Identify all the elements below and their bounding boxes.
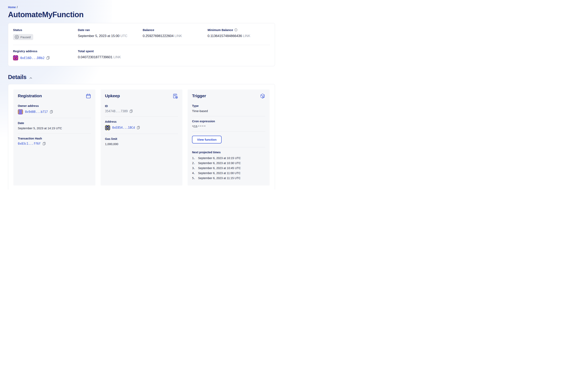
breadcrumb: Home/ (8, 5, 275, 9)
document-gear-icon (173, 94, 178, 99)
registry-identicon (13, 55, 18, 61)
trigger-type-label: Type (192, 104, 265, 108)
cron-expression-value: */15 * * * * (192, 125, 265, 128)
owner-address-link[interactable]: 0x9d08...b717 (25, 110, 48, 114)
upkeep-id-value: 354748...7389 (105, 110, 128, 113)
projected-time-item: 5. September 6, 2023 at 11:15 UTC (192, 176, 265, 181)
registry-address-field: Registry address 0xE16D...D8b2 (13, 49, 75, 61)
link-suffix: LINK (174, 34, 182, 38)
trigger-type-value: Time-based (192, 109, 265, 113)
date-ran-field: Date ran September 5, 2023 at 15:00 UTC (78, 28, 140, 40)
link-suffix: LINK (243, 34, 250, 38)
min-balance-field: Minimum Balance 0.11364157484866436 LINK (208, 28, 270, 40)
projected-times-list: 1. September 6, 2023 at 10:15 UTC 2. Sep… (192, 156, 265, 181)
total-spent-label: Total spent (78, 49, 140, 53)
projected-time-item: 2. September 6, 2023 at 10:30 UTC (192, 161, 265, 166)
item-number: 4. (192, 171, 196, 176)
item-text: September 6, 2023 at 11:15 UTC (198, 176, 241, 181)
registration-title: Registration (18, 94, 42, 98)
upkeep-title: Upkeep (105, 94, 120, 98)
item-number: 3. (192, 166, 196, 171)
gas-limit-label: Gas limit (105, 137, 178, 141)
min-balance-label: Minimum Balance (208, 28, 233, 32)
trigger-type-field: Type Time-based (192, 104, 265, 113)
collapse-details-button[interactable] (29, 77, 33, 80)
copy-icon[interactable] (43, 142, 46, 145)
projected-time-item: 3. September 6, 2023 at 10:45 UTC (192, 166, 265, 171)
section-divider (105, 134, 178, 134)
item-number: 1. (192, 156, 196, 161)
status-field: Status Paused (13, 28, 75, 40)
copy-icon[interactable] (46, 56, 50, 60)
trigger-title: Trigger (192, 94, 206, 98)
min-balance-value: 0.11364157484866436 (208, 34, 242, 38)
section-divider (18, 118, 91, 118)
item-text: September 6, 2023 at 10:15 UTC (198, 156, 241, 161)
copy-icon[interactable] (50, 110, 53, 114)
owner-address-field: Owner address 0x9d08...b717 (18, 104, 91, 114)
registration-date-field: Date September 5, 2023 at 14:15 UTC (18, 122, 91, 130)
projected-times-field: Next projected times 1. September 6, 202… (192, 151, 265, 181)
balance-value: 0.259276981222604 (143, 34, 174, 38)
cron-expression-label: Cron expression (192, 120, 265, 123)
upkeep-card: Upkeep ID 354748...7389 (101, 89, 183, 186)
trigger-card: Trigger Type Time-based (188, 89, 270, 186)
breadcrumb-separator: / (17, 6, 18, 9)
total-spent-value: 0.04072301877739601 (78, 55, 112, 59)
home-link[interactable]: Home (8, 6, 16, 9)
gas-limit-field: Gas limit 1,000,000 (105, 137, 178, 146)
cron-expression-field: Cron expression */15 * * * * (192, 120, 265, 128)
balance-label: Balance (143, 28, 205, 32)
item-text: September 6, 2023 at 10:45 UTC (198, 166, 241, 171)
copy-icon[interactable] (130, 110, 133, 113)
overview-card: Status Paused Date ran September 5, 2023… (8, 23, 275, 66)
utc-suffix: UTC (121, 34, 127, 38)
details-panel: Registration Owner address (8, 84, 275, 190)
upkeep-identicon (105, 125, 110, 130)
upkeep-address-label: Address (105, 120, 178, 123)
view-function-button[interactable]: View function (192, 136, 221, 143)
total-spent-field: Total spent 0.04072301877739601 LINK (78, 49, 140, 61)
owner-address-label: Owner address (18, 104, 91, 108)
status-badge: Paused (13, 34, 33, 40)
registration-date-value: September 5, 2023 at 14:15 UTC (18, 126, 91, 130)
overview-divider (13, 45, 270, 45)
cube-icon (260, 94, 265, 99)
transaction-hash-label: Transaction Hash (18, 137, 91, 140)
status-badge-label: Paused (20, 35, 30, 39)
item-text: September 6, 2023 at 10:30 UTC (198, 161, 241, 166)
registry-address-link[interactable]: 0xE16D...D8b2 (20, 56, 45, 60)
projected-time-item: 1. September 6, 2023 at 10:15 UTC (192, 156, 265, 161)
upkeep-address-link[interactable]: 0xE854...18Cd (112, 126, 135, 129)
calendar-icon (86, 94, 91, 99)
x-octagon-icon (15, 35, 19, 39)
transaction-hash-field: Transaction Hash 0x03c1...ff6f (18, 137, 91, 145)
item-text: September 6, 2023 at 11:00 UTC (198, 171, 241, 176)
copy-icon[interactable] (137, 126, 140, 129)
registration-card: Registration Owner address (13, 89, 95, 186)
projected-time-item: 4. September 6, 2023 at 11:00 UTC (192, 171, 265, 176)
item-number: 2. (192, 161, 196, 166)
page-title: AutomateMyFunction (8, 10, 275, 19)
date-ran-value: September 5, 2023 at 15:00 (78, 34, 120, 38)
status-label: Status (13, 28, 75, 32)
registry-address-label: Registry address (13, 49, 75, 53)
date-ran-label: Date ran (78, 28, 140, 32)
section-divider (192, 131, 265, 132)
upkeep-detail-page: Home/ AutomateMyFunction Status Paused (0, 0, 294, 190)
balance-field: Balance 0.259276981222604 LINK (143, 28, 205, 40)
projected-times-label: Next projected times (192, 151, 265, 154)
transaction-hash-link[interactable]: 0x03c1...ff6f (18, 142, 41, 145)
item-number: 5. (192, 176, 196, 181)
owner-identicon (18, 109, 23, 114)
upkeep-id-field: ID 354748...7389 (105, 104, 178, 113)
gas-limit-value: 1,000,000 (105, 142, 178, 146)
details-heading: Details (8, 74, 26, 80)
section-divider (105, 116, 178, 117)
upkeep-id-label: ID (105, 104, 178, 108)
info-icon[interactable] (234, 28, 237, 32)
chevron-up-icon (30, 77, 32, 79)
link-suffix: LINK (113, 55, 121, 59)
upkeep-address-field: Address 0xE854...18Cd (105, 120, 178, 130)
registration-date-label: Date (18, 122, 91, 125)
